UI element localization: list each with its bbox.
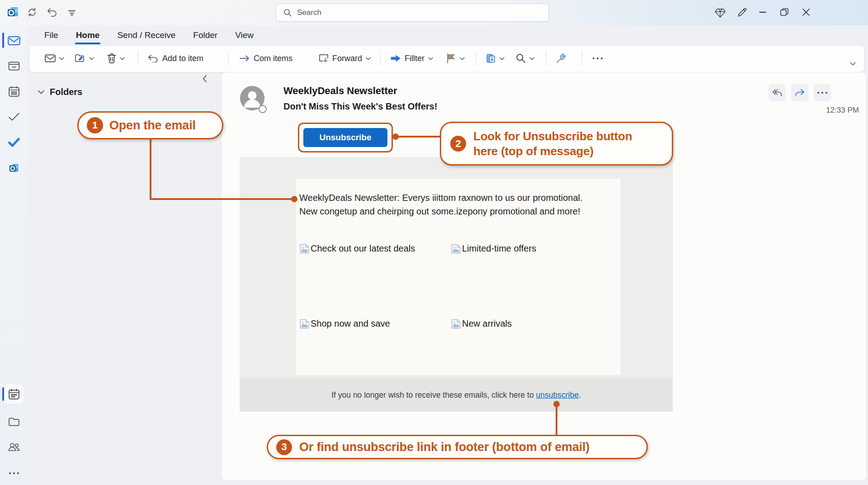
toolbar-divider [582, 51, 582, 66]
unsubscribe-button[interactable]: Unsubscribe [303, 128, 387, 147]
annotation-step-1: 1 Open the email [77, 111, 223, 139]
ellipsis-icon [817, 92, 827, 94]
connector-dot [392, 133, 399, 140]
filter-button[interactable]: Fillter [390, 46, 433, 71]
undo-icon[interactable] [45, 5, 59, 19]
step-number: 1 [87, 117, 103, 133]
customize-quick-access-icon[interactable] [65, 5, 79, 19]
step-number: 3 [276, 439, 292, 455]
message-subject: Don't Miss This Week's Best Offers! [283, 101, 437, 112]
app-sidebar [0, 25, 27, 485]
ellipsis-icon [593, 57, 603, 59]
menu-home[interactable]: Home [73, 29, 103, 42]
move-to-folder-button[interactable] [75, 46, 94, 71]
close-button[interactable] [799, 5, 813, 19]
broken-image-icon [299, 319, 310, 329]
step-number: 2 [450, 136, 466, 152]
search-placeholder: Search [297, 8, 321, 17]
sidebar-item-archive[interactable] [4, 56, 24, 76]
broken-image-placeholder[interactable]: New arrivals [451, 319, 512, 329]
reply-all-button[interactable] [769, 84, 786, 101]
forward-document-icon [319, 53, 329, 63]
sidebar-item-todo[interactable] [4, 132, 24, 152]
broken-image-placeholder[interactable]: Shop now and save [299, 319, 390, 329]
step-label: Open the email [109, 119, 196, 133]
toolbar-divider [476, 51, 476, 66]
chevron-down-icon [366, 57, 371, 60]
sender-name: WeeklyDeals Newsletter [283, 85, 397, 97]
trash-icon [107, 53, 116, 63]
title-bar: Search [0, 0, 868, 25]
edit-pencil-icon[interactable] [735, 6, 749, 19]
read-aloud-button[interactable] [556, 46, 566, 71]
com-items-button[interactable]: Com items [239, 46, 292, 71]
sidebar-item-my-day[interactable] [4, 384, 24, 404]
folder-edit-icon [75, 53, 85, 63]
connector-line [150, 139, 151, 200]
presence-indicator [259, 105, 267, 113]
sync-icon[interactable] [25, 5, 39, 19]
sidebar-item-folders[interactable] [4, 412, 24, 432]
placeholder-alt-text: Limited-time offers [462, 243, 536, 254]
broken-image-placeholder[interactable]: Limited-time offers [451, 243, 536, 254]
mail-icon [45, 54, 56, 63]
delete-button[interactable] [107, 46, 125, 71]
collapse-ribbon-chevron[interactable] [850, 62, 856, 66]
chevron-down-icon [460, 57, 465, 60]
broken-image-icon [451, 243, 461, 254]
connector-line [556, 404, 557, 436]
unsubscribe-link[interactable]: unsubscribe [536, 390, 579, 399]
forward-button[interactable]: Forward [319, 46, 371, 71]
menu-view[interactable]: View [232, 29, 256, 42]
blue-arrow-icon [390, 55, 401, 62]
sidebar-item-people[interactable] [4, 437, 24, 457]
chevron-down-icon [89, 57, 94, 60]
magnifier-icon [516, 53, 526, 63]
chevron-down-icon [428, 57, 433, 60]
ellipsis-icon [9, 472, 19, 474]
search-input[interactable]: Search [276, 4, 549, 22]
chevron-down-icon [120, 57, 125, 60]
footer-text: If you no longer wish to receive these e… [331, 390, 536, 399]
premium-diamond-icon[interactable] [713, 6, 727, 20]
flag-button[interactable] [446, 46, 465, 71]
sidebar-item-calendar[interactable] [4, 81, 24, 101]
right-arrow-icon [239, 55, 250, 62]
annotation-step-3: 3 Or find unsubscribe link in footer (bo… [267, 435, 648, 459]
connector-dot [291, 196, 297, 202]
outlook-app-icon[interactable] [6, 5, 20, 19]
menu-send-receive[interactable]: Send / Receive [114, 29, 178, 42]
menu-folder[interactable]: Folder [190, 29, 220, 42]
sidebar-item-tasks[interactable] [4, 107, 24, 127]
step-label: Or find unsubscribe link in footer (bott… [299, 440, 590, 454]
folders-header[interactable]: Folders [38, 87, 82, 97]
email-body-paragraph: WeeklyDeals Newsletter: Everys iiittom r… [299, 191, 594, 218]
sidebar-more-apps-button[interactable] [4, 463, 24, 483]
message-time: 12:33 PM [826, 106, 859, 115]
email-footer: If you no longer wish to receive these e… [240, 378, 673, 412]
chevron-down-icon [500, 57, 505, 60]
broken-image-placeholder[interactable]: Check out our latest deals [299, 243, 415, 254]
add-to-item-button[interactable]: Add to item [148, 46, 203, 71]
new-mail-button[interactable] [45, 46, 64, 71]
message-more-actions-button[interactable] [814, 84, 831, 101]
sidebar-item-mail[interactable] [4, 31, 24, 51]
menu-bar: File Home Send / Receive Folder View [42, 25, 256, 45]
sidebar-item-outlook-apps[interactable] [4, 158, 24, 178]
outlook-window: Search File Home Send / Receiv [0, 0, 868, 485]
broken-image-icon [451, 319, 461, 329]
forward-message-button[interactable] [791, 84, 808, 101]
maximize-restore-button[interactable] [778, 5, 791, 19]
placeholder-alt-text: Check out our latest deals [311, 243, 415, 254]
send-to-device-button[interactable] [486, 46, 505, 71]
connector-dot [553, 401, 560, 407]
search-tools-button[interactable] [516, 46, 534, 71]
chevron-down-icon [529, 57, 534, 60]
forward-label: Forward [332, 54, 362, 63]
menu-file[interactable]: File [42, 29, 61, 42]
toolbar-divider [228, 51, 229, 66]
minimize-button[interactable] [756, 5, 769, 19]
collapse-folder-pane-chevron[interactable] [203, 75, 207, 82]
more-commands-button[interactable] [593, 46, 603, 71]
toolbar-divider [138, 51, 138, 66]
